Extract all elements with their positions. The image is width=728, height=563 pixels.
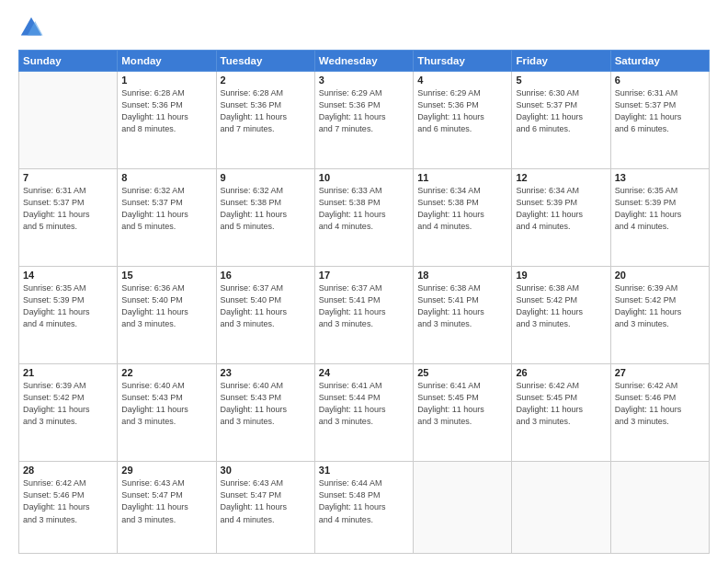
calendar-cell: 20Sunrise: 6:39 AMSunset: 5:42 PMDayligh… (610, 267, 709, 364)
calendar-cell: 7Sunrise: 6:31 AMSunset: 5:37 PMDaylight… (19, 169, 118, 267)
day-info: Sunrise: 6:43 AMSunset: 5:47 PMDaylight:… (121, 477, 211, 525)
day-number: 13 (615, 172, 705, 183)
day-info: Sunrise: 6:42 AMSunset: 5:45 PMDaylight:… (516, 380, 606, 428)
weekday-header-saturday: Saturday (610, 51, 709, 72)
day-info: Sunrise: 6:39 AMSunset: 5:42 PMDaylight:… (23, 380, 113, 428)
day-number: 21 (23, 367, 113, 378)
day-number: 15 (121, 270, 211, 281)
calendar-cell: 18Sunrise: 6:38 AMSunset: 5:41 PMDayligh… (414, 267, 512, 364)
week-row-2: 14Sunrise: 6:35 AMSunset: 5:39 PMDayligh… (19, 267, 710, 364)
day-info: Sunrise: 6:31 AMSunset: 5:37 PMDaylight:… (615, 87, 705, 135)
calendar-cell: 4Sunrise: 6:29 AMSunset: 5:36 PMDaylight… (414, 72, 512, 169)
day-number: 12 (516, 172, 606, 183)
day-info: Sunrise: 6:44 AMSunset: 5:48 PMDaylight:… (319, 477, 409, 525)
calendar-cell (414, 462, 512, 554)
day-info: Sunrise: 6:40 AMSunset: 5:43 PMDaylight:… (121, 380, 211, 428)
day-number: 1 (121, 75, 211, 86)
day-info: Sunrise: 6:35 AMSunset: 5:39 PMDaylight:… (23, 282, 113, 330)
calendar-cell: 26Sunrise: 6:42 AMSunset: 5:45 PMDayligh… (512, 364, 610, 462)
day-number: 8 (121, 172, 211, 183)
logo-icon (18, 15, 44, 40)
calendar-cell: 10Sunrise: 6:33 AMSunset: 5:38 PMDayligh… (314, 169, 413, 267)
day-number: 4 (417, 75, 507, 86)
calendar-cell: 24Sunrise: 6:41 AMSunset: 5:44 PMDayligh… (314, 364, 413, 462)
calendar-cell: 22Sunrise: 6:40 AMSunset: 5:43 PMDayligh… (118, 364, 216, 462)
day-info: Sunrise: 6:31 AMSunset: 5:37 PMDaylight:… (23, 185, 113, 233)
day-number: 29 (121, 465, 211, 476)
calendar-cell (610, 462, 709, 554)
weekday-header-tuesday: Tuesday (216, 51, 314, 72)
day-info: Sunrise: 6:37 AMSunset: 5:40 PMDaylight:… (221, 282, 311, 330)
week-row-0: 1Sunrise: 6:28 AMSunset: 5:36 PMDaylight… (19, 72, 710, 169)
day-info: Sunrise: 6:39 AMSunset: 5:42 PMDaylight:… (615, 282, 705, 330)
day-number: 16 (221, 270, 311, 281)
calendar-cell: 27Sunrise: 6:42 AMSunset: 5:46 PMDayligh… (610, 364, 709, 462)
calendar-cell (19, 72, 118, 169)
day-info: Sunrise: 6:36 AMSunset: 5:40 PMDaylight:… (121, 282, 211, 330)
day-info: Sunrise: 6:30 AMSunset: 5:37 PMDaylight:… (516, 87, 606, 135)
calendar-cell: 19Sunrise: 6:38 AMSunset: 5:42 PMDayligh… (512, 267, 610, 364)
day-number: 18 (417, 270, 507, 281)
calendar-cell: 30Sunrise: 6:43 AMSunset: 5:47 PMDayligh… (216, 462, 314, 554)
day-number: 23 (221, 367, 311, 378)
calendar-cell: 21Sunrise: 6:39 AMSunset: 5:42 PMDayligh… (19, 364, 118, 462)
day-number: 10 (319, 172, 409, 183)
day-info: Sunrise: 6:33 AMSunset: 5:38 PMDaylight:… (319, 185, 409, 233)
day-number: 2 (221, 75, 311, 86)
weekday-header-sunday: Sunday (19, 51, 118, 72)
calendar-cell: 13Sunrise: 6:35 AMSunset: 5:39 PMDayligh… (610, 169, 709, 267)
day-number: 27 (615, 367, 705, 378)
weekday-header-friday: Friday (512, 51, 610, 72)
day-number: 19 (516, 270, 606, 281)
day-info: Sunrise: 6:41 AMSunset: 5:45 PMDaylight:… (417, 380, 507, 428)
calendar-table: SundayMondayTuesdayWednesdayThursdayFrid… (18, 50, 710, 554)
week-row-4: 28Sunrise: 6:42 AMSunset: 5:46 PMDayligh… (19, 462, 710, 554)
calendar-cell: 9Sunrise: 6:32 AMSunset: 5:38 PMDaylight… (216, 169, 314, 267)
day-number: 25 (417, 367, 507, 378)
calendar-cell: 2Sunrise: 6:28 AMSunset: 5:36 PMDaylight… (216, 72, 314, 169)
day-number: 31 (319, 465, 409, 476)
day-info: Sunrise: 6:28 AMSunset: 5:36 PMDaylight:… (121, 87, 211, 135)
day-info: Sunrise: 6:37 AMSunset: 5:41 PMDaylight:… (319, 282, 409, 330)
day-info: Sunrise: 6:29 AMSunset: 5:36 PMDaylight:… (417, 87, 507, 135)
calendar-cell: 15Sunrise: 6:36 AMSunset: 5:40 PMDayligh… (118, 267, 216, 364)
day-number: 3 (319, 75, 409, 86)
day-number: 30 (221, 465, 311, 476)
calendar-cell: 11Sunrise: 6:34 AMSunset: 5:38 PMDayligh… (414, 169, 512, 267)
day-info: Sunrise: 6:42 AMSunset: 5:46 PMDaylight:… (23, 477, 113, 525)
day-info: Sunrise: 6:41 AMSunset: 5:44 PMDaylight:… (319, 380, 409, 428)
calendar-cell: 5Sunrise: 6:30 AMSunset: 5:37 PMDaylight… (512, 72, 610, 169)
day-number: 5 (516, 75, 606, 86)
weekday-header-monday: Monday (118, 51, 216, 72)
day-info: Sunrise: 6:40 AMSunset: 5:43 PMDaylight:… (221, 380, 311, 428)
calendar-cell: 12Sunrise: 6:34 AMSunset: 5:39 PMDayligh… (512, 169, 610, 267)
header (18, 15, 710, 40)
day-info: Sunrise: 6:38 AMSunset: 5:41 PMDaylight:… (417, 282, 507, 330)
calendar-cell: 14Sunrise: 6:35 AMSunset: 5:39 PMDayligh… (19, 267, 118, 364)
calendar-cell: 16Sunrise: 6:37 AMSunset: 5:40 PMDayligh… (216, 267, 314, 364)
day-number: 14 (23, 270, 113, 281)
weekday-header-thursday: Thursday (414, 51, 512, 72)
weekday-header-row: SundayMondayTuesdayWednesdayThursdayFrid… (19, 51, 710, 72)
day-info: Sunrise: 6:34 AMSunset: 5:38 PMDaylight:… (417, 185, 507, 233)
weekday-header-wednesday: Wednesday (314, 51, 413, 72)
calendar-cell: 29Sunrise: 6:43 AMSunset: 5:47 PMDayligh… (118, 462, 216, 554)
day-info: Sunrise: 6:32 AMSunset: 5:37 PMDaylight:… (121, 185, 211, 233)
day-number: 26 (516, 367, 606, 378)
calendar-cell (512, 462, 610, 554)
day-number: 28 (23, 465, 113, 476)
day-info: Sunrise: 6:38 AMSunset: 5:42 PMDaylight:… (516, 282, 606, 330)
calendar-cell: 31Sunrise: 6:44 AMSunset: 5:48 PMDayligh… (314, 462, 413, 554)
week-row-1: 7Sunrise: 6:31 AMSunset: 5:37 PMDaylight… (19, 169, 710, 267)
day-number: 7 (23, 172, 113, 183)
day-number: 17 (319, 270, 409, 281)
day-info: Sunrise: 6:32 AMSunset: 5:38 PMDaylight:… (221, 185, 311, 233)
page: SundayMondayTuesdayWednesdayThursdayFrid… (0, 0, 728, 563)
calendar-cell: 6Sunrise: 6:31 AMSunset: 5:37 PMDaylight… (610, 72, 709, 169)
day-info: Sunrise: 6:28 AMSunset: 5:36 PMDaylight:… (221, 87, 311, 135)
day-number: 22 (121, 367, 211, 378)
calendar-cell: 8Sunrise: 6:32 AMSunset: 5:37 PMDaylight… (118, 169, 216, 267)
day-info: Sunrise: 6:35 AMSunset: 5:39 PMDaylight:… (615, 185, 705, 233)
calendar-cell: 23Sunrise: 6:40 AMSunset: 5:43 PMDayligh… (216, 364, 314, 462)
week-row-3: 21Sunrise: 6:39 AMSunset: 5:42 PMDayligh… (19, 364, 710, 462)
